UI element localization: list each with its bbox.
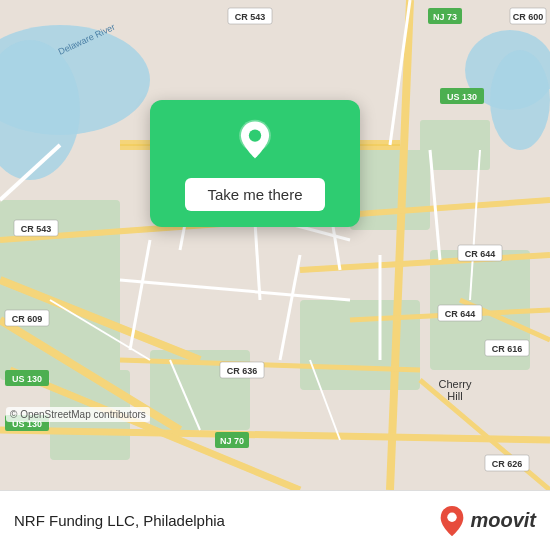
svg-text:CR 600: CR 600 [513,12,544,22]
map-container: Delaware River CR 543 NJ 73 CR 600 US 13… [0,0,550,490]
svg-text:NJ 73: NJ 73 [433,12,457,22]
svg-rect-6 [350,150,430,230]
location-title: NRF Funding LLC, Philadelphia [14,512,438,529]
svg-text:US 130: US 130 [12,374,42,384]
svg-rect-7 [300,300,420,390]
svg-text:Hill: Hill [447,390,462,402]
svg-point-76 [448,512,457,521]
moovit-brand-text: moovit [470,509,536,532]
svg-text:CR 543: CR 543 [235,12,266,22]
take-me-there-button[interactable]: Take me there [185,178,324,211]
svg-text:CR 636: CR 636 [227,366,258,376]
svg-text:US 130: US 130 [447,92,477,102]
svg-text:CR 609: CR 609 [12,314,43,324]
bottom-bar: NRF Funding LLC, Philadelphia moovit [0,490,550,550]
svg-text:CR 626: CR 626 [492,459,523,469]
svg-point-4 [490,50,550,150]
svg-text:Cherry: Cherry [438,378,472,390]
map-attribution: © OpenStreetMap contributors [6,407,150,422]
svg-text:CR 644: CR 644 [445,309,476,319]
svg-text:CR 543: CR 543 [21,224,52,234]
svg-text:CR 616: CR 616 [492,344,523,354]
svg-text:NJ 70: NJ 70 [220,436,244,446]
moovit-logo: moovit [438,504,536,538]
moovit-pin-icon [438,504,466,538]
svg-point-75 [249,129,261,141]
svg-text:CR 644: CR 644 [465,249,496,259]
location-pin-icon [233,118,277,162]
popup-card: Take me there [150,100,360,227]
